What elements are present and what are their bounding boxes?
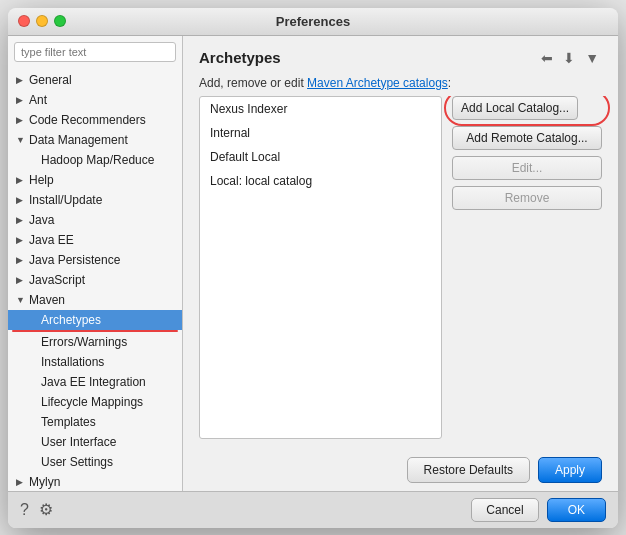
close-button[interactable] bbox=[18, 15, 30, 27]
content-area: Archetypes ⬅ ⬇ ▼ Add, remove or edit Mav… bbox=[183, 36, 618, 491]
apply-button[interactable]: Apply bbox=[538, 457, 602, 483]
filter-input[interactable] bbox=[14, 42, 176, 62]
catalog-panel: Nexus IndexerInternalDefault LocalLocal:… bbox=[199, 96, 442, 439]
footer-right: Cancel OK bbox=[471, 498, 606, 522]
window-footer: ? ⚙ Cancel OK bbox=[8, 491, 618, 528]
add-local-catalog-button[interactable]: Add Local Catalog... bbox=[452, 96, 578, 120]
sidebar-item-help[interactable]: ▶Help bbox=[8, 170, 182, 190]
arrow-icon: ▶ bbox=[16, 172, 26, 188]
description-start: Add, remove or edit bbox=[199, 76, 307, 90]
back-icon[interactable]: ⬅ bbox=[538, 48, 556, 68]
content-body: Nexus IndexerInternalDefault LocalLocal:… bbox=[183, 96, 618, 449]
sidebar-item-label: Archetypes bbox=[41, 312, 101, 328]
sidebar-item-lifecycle-mappings[interactable]: Lifecycle Mappings bbox=[8, 392, 182, 412]
sidebar-item-label: Templates bbox=[41, 414, 96, 430]
arrow-icon: ▶ bbox=[16, 92, 26, 108]
sidebar-item-maven[interactable]: ▼Maven bbox=[8, 290, 182, 310]
catalog-list-item[interactable]: Default Local bbox=[200, 145, 441, 169]
sidebar-item-java-persistence[interactable]: ▶Java Persistence bbox=[8, 250, 182, 270]
catalog-list: Nexus IndexerInternalDefault LocalLocal:… bbox=[200, 97, 441, 438]
footer-left: ? ⚙ bbox=[20, 500, 53, 519]
sidebar-item-ant[interactable]: ▶Ant bbox=[8, 90, 182, 110]
cancel-button[interactable]: Cancel bbox=[471, 498, 538, 522]
maximize-button[interactable] bbox=[54, 15, 66, 27]
sidebar-item-label: Install/Update bbox=[29, 192, 102, 208]
edit-button[interactable]: Edit... bbox=[452, 156, 602, 180]
sidebar-item-label: Maven bbox=[29, 292, 65, 308]
sidebar-item-errors-warnings[interactable]: Errors/Warnings bbox=[8, 332, 182, 352]
catalog-list-item[interactable]: Internal bbox=[200, 121, 441, 145]
minimize-button[interactable] bbox=[36, 15, 48, 27]
help-icon[interactable]: ? bbox=[20, 500, 29, 519]
sidebar-item-label: Java EE Integration bbox=[41, 374, 146, 390]
catalog-list-item[interactable]: Nexus Indexer bbox=[200, 97, 441, 121]
sidebar-item-label: Java bbox=[29, 212, 54, 228]
add-remote-catalog-button[interactable]: Add Remote Catalog... bbox=[452, 126, 602, 150]
preferences-window: Preferences ▶General▶Ant▶Code Recommende… bbox=[8, 8, 618, 528]
arrow-icon: ▶ bbox=[16, 232, 26, 248]
settings-icon[interactable]: ⚙ bbox=[39, 500, 53, 519]
restore-defaults-button[interactable]: Restore Defaults bbox=[407, 457, 530, 483]
content-footer: Restore Defaults Apply bbox=[183, 449, 618, 491]
arrow-icon: ▼ bbox=[16, 292, 26, 308]
sidebar-item-label: Data Management bbox=[29, 132, 128, 148]
description-end: : bbox=[448, 76, 451, 90]
sidebar-item-label: Lifecycle Mappings bbox=[41, 394, 143, 410]
sidebar-item-javascript[interactable]: ▶JavaScript bbox=[8, 270, 182, 290]
sidebar-item-code-recommenders[interactable]: ▶Code Recommenders bbox=[8, 110, 182, 130]
sidebar-item-install-update[interactable]: ▶Install/Update bbox=[8, 190, 182, 210]
archetype-catalogs-link[interactable]: Maven Archetype catalogs bbox=[307, 76, 448, 90]
sidebar-item-user-settings[interactable]: User Settings bbox=[8, 452, 182, 472]
sidebar-item-mylyn[interactable]: ▶Mylyn bbox=[8, 472, 182, 491]
arrow-icon: ▼ bbox=[16, 132, 26, 148]
sidebar-item-label: General bbox=[29, 72, 72, 88]
arrow-icon: ▶ bbox=[16, 112, 26, 128]
sidebar-item-label: Errors/Warnings bbox=[41, 334, 127, 350]
sidebar-item-java-ee[interactable]: ▶Java EE bbox=[8, 230, 182, 250]
forward-icon[interactable]: ⬇ bbox=[560, 48, 578, 68]
catalog-list-item[interactable]: Local: local catalog bbox=[200, 169, 441, 193]
arrow-icon: ▶ bbox=[16, 212, 26, 228]
arrow-icon: ▶ bbox=[16, 272, 26, 288]
menu-icon[interactable]: ▼ bbox=[582, 48, 602, 68]
sidebar-item-label: Java Persistence bbox=[29, 252, 120, 268]
sidebar-item-label: Java EE bbox=[29, 232, 74, 248]
remove-button[interactable]: Remove bbox=[452, 186, 602, 210]
sidebar-item-templates[interactable]: Templates bbox=[8, 412, 182, 432]
sidebar-item-user-interface[interactable]: User Interface bbox=[8, 432, 182, 452]
ok-button[interactable]: OK bbox=[547, 498, 606, 522]
sidebar-item-installations[interactable]: Installations bbox=[8, 352, 182, 372]
sidebar: ▶General▶Ant▶Code Recommenders▼Data Mana… bbox=[8, 36, 183, 491]
arrow-icon: ▶ bbox=[16, 474, 26, 490]
sidebar-item-general[interactable]: ▶General bbox=[8, 70, 182, 90]
sidebar-item-label: Hadoop Map/Reduce bbox=[41, 152, 154, 168]
title-bar: Preferences bbox=[8, 8, 618, 36]
sidebar-tree: ▶General▶Ant▶Code Recommenders▼Data Mana… bbox=[8, 68, 182, 491]
sidebar-item-label: Ant bbox=[29, 92, 47, 108]
content-header: Archetypes ⬅ ⬇ ▼ bbox=[183, 36, 618, 76]
sidebar-item-label: Help bbox=[29, 172, 54, 188]
sidebar-item-label: User Settings bbox=[41, 454, 113, 470]
sidebar-item-java[interactable]: ▶Java bbox=[8, 210, 182, 230]
content-title: Archetypes bbox=[199, 49, 281, 66]
sidebar-item-archetypes[interactable]: Archetypes bbox=[8, 310, 182, 330]
sidebar-item-data-management[interactable]: ▼Data Management bbox=[8, 130, 182, 150]
main-area: ▶General▶Ant▶Code Recommenders▼Data Mana… bbox=[8, 36, 618, 491]
header-icons: ⬅ ⬇ ▼ bbox=[538, 48, 602, 68]
window-title: Preferences bbox=[276, 14, 350, 29]
add-local-wrapper: Add Local Catalog... bbox=[452, 96, 602, 120]
sidebar-item-label: Code Recommenders bbox=[29, 112, 146, 128]
arrow-icon: ▶ bbox=[16, 252, 26, 268]
sidebar-item-hadoop[interactable]: Hadoop Map/Reduce bbox=[8, 150, 182, 170]
arrow-icon: ▶ bbox=[16, 72, 26, 88]
description: Add, remove or edit Maven Archetype cata… bbox=[183, 76, 618, 96]
traffic-lights bbox=[18, 15, 66, 27]
sidebar-item-label: Mylyn bbox=[29, 474, 60, 490]
sidebar-item-java-ee-integration[interactable]: Java EE Integration bbox=[8, 372, 182, 392]
sidebar-item-label: Installations bbox=[41, 354, 104, 370]
sidebar-item-label: User Interface bbox=[41, 434, 116, 450]
sidebar-item-label: JavaScript bbox=[29, 272, 85, 288]
action-buttons: Add Local Catalog... Add Remote Catalog.… bbox=[452, 96, 602, 439]
arrow-icon: ▶ bbox=[16, 192, 26, 208]
